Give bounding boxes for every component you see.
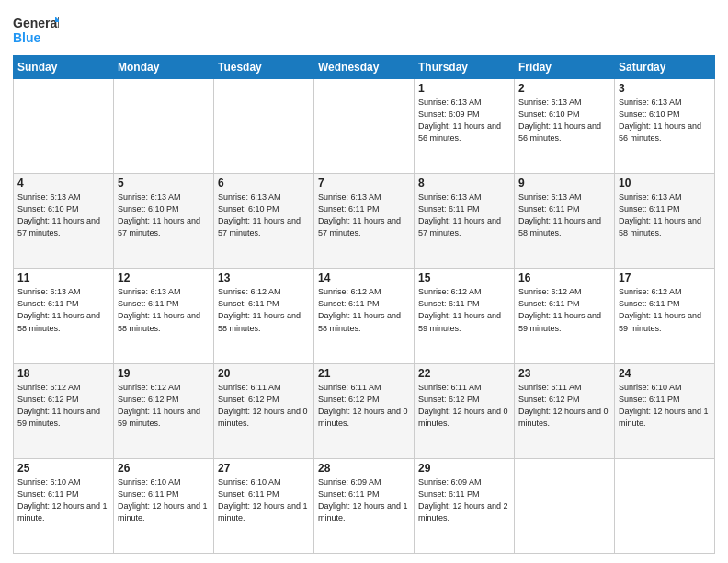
calendar-cell: 15Sunrise: 6:12 AMSunset: 6:11 PMDayligh…	[415, 269, 515, 363]
day-info: Sunrise: 6:11 AMSunset: 6:12 PMDaylight:…	[518, 382, 610, 430]
day-info: Sunrise: 6:13 AMSunset: 6:11 PMDaylight:…	[318, 191, 410, 239]
day-number: 20	[218, 367, 310, 380]
calendar-cell: 9Sunrise: 6:13 AMSunset: 6:11 PMDaylight…	[515, 174, 615, 269]
logo: General Blue	[13, 13, 59, 50]
day-number: 13	[218, 271, 310, 284]
calendar-cell: 16Sunrise: 6:12 AMSunset: 6:11 PMDayligh…	[515, 269, 615, 363]
calendar-cell: 12Sunrise: 6:13 AMSunset: 6:11 PMDayligh…	[114, 269, 214, 363]
day-info: Sunrise: 6:12 AMSunset: 6:11 PMDaylight:…	[318, 286, 410, 334]
day-info: Sunrise: 6:13 AMSunset: 6:10 PMDaylight:…	[218, 191, 310, 239]
page: General Blue SundayMondayTuesdayWednesda…	[0, 0, 728, 563]
day-number: 9	[518, 177, 610, 190]
calendar-cell: 8Sunrise: 6:13 AMSunset: 6:11 PMDaylight…	[415, 174, 515, 269]
calendar-cell: 29Sunrise: 6:09 AMSunset: 6:11 PMDayligh…	[415, 458, 515, 553]
calendar-cell: 28Sunrise: 6:09 AMSunset: 6:11 PMDayligh…	[314, 458, 415, 553]
day-number: 25	[17, 462, 109, 475]
calendar-cell: 1Sunrise: 6:13 AMSunset: 6:09 PMDaylight…	[415, 79, 515, 174]
day-info: Sunrise: 6:12 AMSunset: 6:11 PMDaylight:…	[218, 286, 310, 334]
week-row-1: 1Sunrise: 6:13 AMSunset: 6:09 PMDaylight…	[14, 79, 715, 174]
day-info: Sunrise: 6:13 AMSunset: 6:11 PMDaylight:…	[17, 286, 109, 334]
day-info: Sunrise: 6:10 AMSunset: 6:11 PMDaylight:…	[118, 477, 210, 524]
day-number: 29	[418, 462, 510, 475]
day-number: 2	[518, 82, 610, 95]
day-number: 4	[17, 177, 109, 190]
calendar-cell: 4Sunrise: 6:13 AMSunset: 6:10 PMDaylight…	[14, 174, 114, 269]
calendar-cell: 20Sunrise: 6:11 AMSunset: 6:12 PMDayligh…	[214, 363, 314, 458]
calendar-cell: 25Sunrise: 6:10 AMSunset: 6:11 PMDayligh…	[14, 458, 114, 553]
col-header-thursday: Thursday	[415, 56, 515, 79]
day-number: 16	[518, 271, 610, 284]
day-number: 10	[619, 177, 711, 190]
svg-text:Blue: Blue	[13, 30, 41, 45]
calendar-cell: 6Sunrise: 6:13 AMSunset: 6:10 PMDaylight…	[214, 174, 314, 269]
calendar-cell: 3Sunrise: 6:13 AMSunset: 6:10 PMDaylight…	[615, 79, 715, 174]
calendar-cell: 2Sunrise: 6:13 AMSunset: 6:10 PMDaylight…	[515, 79, 615, 174]
day-number: 12	[118, 271, 210, 284]
day-number: 21	[318, 367, 410, 380]
day-number: 3	[619, 82, 711, 95]
col-header-monday: Monday	[114, 56, 214, 79]
calendar-cell: 11Sunrise: 6:13 AMSunset: 6:11 PMDayligh…	[14, 269, 114, 363]
calendar-cell: 17Sunrise: 6:12 AMSunset: 6:11 PMDayligh…	[615, 269, 715, 363]
calendar-cell: 19Sunrise: 6:12 AMSunset: 6:12 PMDayligh…	[114, 363, 214, 458]
svg-text:General: General	[13, 16, 59, 30]
day-info: Sunrise: 6:13 AMSunset: 6:10 PMDaylight:…	[518, 97, 610, 144]
col-header-sunday: Sunday	[14, 56, 114, 79]
day-number: 14	[318, 271, 410, 284]
day-info: Sunrise: 6:13 AMSunset: 6:10 PMDaylight:…	[17, 191, 109, 239]
day-number: 5	[118, 177, 210, 190]
calendar-cell: 22Sunrise: 6:11 AMSunset: 6:12 PMDayligh…	[415, 363, 515, 458]
week-row-4: 18Sunrise: 6:12 AMSunset: 6:12 PMDayligh…	[14, 363, 715, 458]
day-number: 18	[17, 367, 109, 380]
day-info: Sunrise: 6:10 AMSunset: 6:11 PMDaylight:…	[17, 477, 109, 524]
day-info: Sunrise: 6:13 AMSunset: 6:11 PMDaylight:…	[418, 191, 510, 239]
day-number: 6	[218, 177, 310, 190]
day-info: Sunrise: 6:13 AMSunset: 6:11 PMDaylight:…	[619, 191, 711, 239]
day-number: 17	[619, 271, 711, 284]
calendar-cell	[214, 79, 314, 174]
calendar-cell: 23Sunrise: 6:11 AMSunset: 6:12 PMDayligh…	[515, 363, 615, 458]
calendar-cell: 21Sunrise: 6:11 AMSunset: 6:12 PMDayligh…	[314, 363, 415, 458]
calendar-cell	[14, 79, 114, 174]
day-number: 8	[418, 177, 510, 190]
day-number: 26	[118, 462, 210, 475]
calendar-cell: 5Sunrise: 6:13 AMSunset: 6:10 PMDaylight…	[114, 174, 214, 269]
day-info: Sunrise: 6:13 AMSunset: 6:11 PMDaylight:…	[118, 286, 210, 334]
calendar-cell: 7Sunrise: 6:13 AMSunset: 6:11 PMDaylight…	[314, 174, 415, 269]
day-info: Sunrise: 6:11 AMSunset: 6:12 PMDaylight:…	[218, 382, 310, 430]
day-info: Sunrise: 6:12 AMSunset: 6:12 PMDaylight:…	[17, 382, 109, 430]
calendar-cell: 27Sunrise: 6:10 AMSunset: 6:11 PMDayligh…	[214, 458, 314, 553]
week-row-2: 4Sunrise: 6:13 AMSunset: 6:10 PMDaylight…	[14, 174, 715, 269]
day-number: 28	[318, 462, 410, 475]
week-row-5: 25Sunrise: 6:10 AMSunset: 6:11 PMDayligh…	[14, 458, 715, 553]
calendar-cell: 26Sunrise: 6:10 AMSunset: 6:11 PMDayligh…	[114, 458, 214, 553]
day-number: 1	[418, 82, 510, 95]
day-number: 15	[418, 271, 510, 284]
day-info: Sunrise: 6:10 AMSunset: 6:11 PMDaylight:…	[218, 477, 310, 524]
calendar-cell	[515, 458, 615, 553]
calendar-cell	[615, 458, 715, 553]
col-header-saturday: Saturday	[615, 56, 715, 79]
day-info: Sunrise: 6:12 AMSunset: 6:11 PMDaylight:…	[518, 286, 610, 334]
day-info: Sunrise: 6:13 AMSunset: 6:10 PMDaylight:…	[619, 97, 711, 144]
day-info: Sunrise: 6:12 AMSunset: 6:11 PMDaylight:…	[418, 286, 510, 334]
calendar-cell: 10Sunrise: 6:13 AMSunset: 6:11 PMDayligh…	[615, 174, 715, 269]
day-info: Sunrise: 6:13 AMSunset: 6:09 PMDaylight:…	[418, 97, 510, 144]
day-info: Sunrise: 6:11 AMSunset: 6:12 PMDaylight:…	[418, 382, 510, 430]
col-header-wednesday: Wednesday	[314, 56, 415, 79]
day-number: 11	[17, 271, 109, 284]
day-info: Sunrise: 6:13 AMSunset: 6:11 PMDaylight:…	[518, 191, 610, 239]
day-number: 27	[218, 462, 310, 475]
day-number: 24	[619, 367, 711, 380]
calendar-header-row: SundayMondayTuesdayWednesdayThursdayFrid…	[14, 56, 715, 79]
calendar-table: SundayMondayTuesdayWednesdayThursdayFrid…	[13, 55, 715, 554]
calendar-cell: 13Sunrise: 6:12 AMSunset: 6:11 PMDayligh…	[214, 269, 314, 363]
day-info: Sunrise: 6:11 AMSunset: 6:12 PMDaylight:…	[318, 382, 410, 430]
col-header-tuesday: Tuesday	[214, 56, 314, 79]
week-row-3: 11Sunrise: 6:13 AMSunset: 6:11 PMDayligh…	[14, 269, 715, 363]
day-number: 23	[518, 367, 610, 380]
day-info: Sunrise: 6:09 AMSunset: 6:11 PMDaylight:…	[418, 477, 510, 524]
calendar-cell: 24Sunrise: 6:10 AMSunset: 6:11 PMDayligh…	[615, 363, 715, 458]
col-header-friday: Friday	[515, 56, 615, 79]
day-number: 19	[118, 367, 210, 380]
